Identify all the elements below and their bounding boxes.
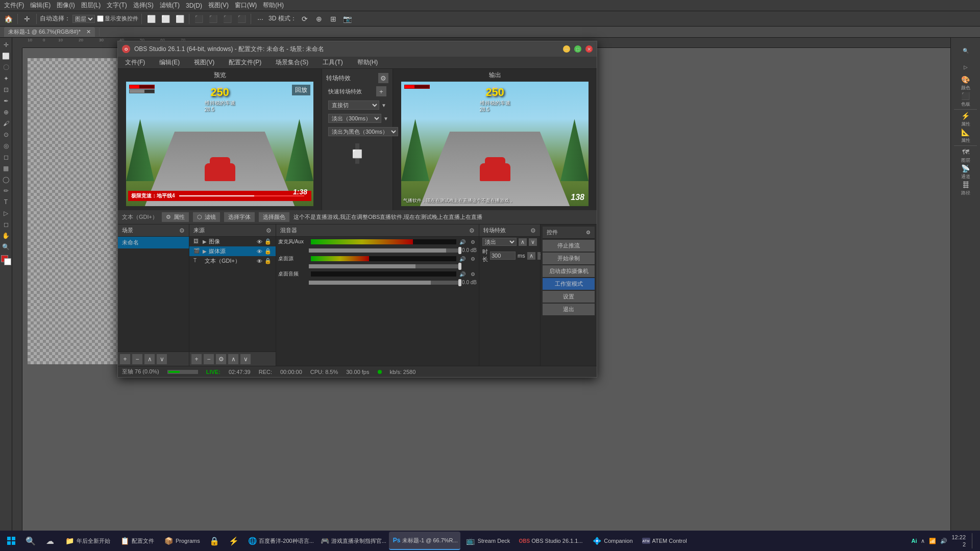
host-menu-text[interactable]: 文字(T) xyxy=(107,1,127,10)
eraser-icon[interactable]: ◻ xyxy=(1,152,11,162)
distribute[interactable]: ⬛ xyxy=(192,13,205,25)
heal-brush-icon[interactable]: ⊕ xyxy=(1,107,11,117)
obs-virtual-cam-btn[interactable]: 启动虚拟摄像机 xyxy=(543,265,595,277)
obs-scene-trans-header-action[interactable]: ⚙ xyxy=(530,227,536,234)
taskbar-app-programs[interactable]: 📦 Programs xyxy=(159,532,204,550)
taskbar-search-btn[interactable]: 🔍 xyxy=(21,532,40,550)
obs-menu-profile[interactable]: 配置文件(P) xyxy=(226,57,264,68)
source-eye-0[interactable]: 👁 xyxy=(257,239,262,245)
taskbar-lock-icon[interactable]: 🔒 xyxy=(205,532,224,550)
obs-trans-duration-input[interactable] xyxy=(490,252,516,260)
gradient-icon[interactable]: ▦ xyxy=(1,163,11,173)
hand-icon[interactable]: ✋ xyxy=(1,231,11,241)
obs-menu-scenes[interactable]: 场景集合(S) xyxy=(273,57,311,68)
source-eye-2[interactable]: 👁 xyxy=(257,258,262,264)
obs-trans-direct-select[interactable]: 直接切 xyxy=(328,101,379,110)
align-right[interactable]: ⬜ xyxy=(174,13,186,25)
obs-audio-gear-0[interactable]: ⚙ xyxy=(469,238,477,246)
align-center[interactable]: ⬜ xyxy=(159,13,172,25)
obs-maximize-btn[interactable]: □ xyxy=(574,45,581,53)
obs-start-rec-btn[interactable]: 开始录制 xyxy=(543,253,595,264)
obs-scenes-header-action[interactable]: ⚙ xyxy=(179,227,185,234)
obs-prop-btn[interactable]: ⚙ 属性 xyxy=(162,212,189,222)
host-menu-help[interactable]: 帮助(H) xyxy=(263,1,284,10)
distribute3[interactable]: ⬛ xyxy=(221,13,233,25)
obs-scene-down-btn[interactable]: ∨ xyxy=(157,354,167,364)
3d-rotate[interactable]: ⟳ xyxy=(299,13,311,25)
right-panel-search[interactable]: 🔍 xyxy=(953,43,978,58)
obs-trans-type-down-btn[interactable]: ∨ xyxy=(529,238,537,246)
eyedropper-icon[interactable]: ✒ xyxy=(1,96,11,106)
host-menu-window[interactable]: 窗口(W) xyxy=(235,1,257,10)
taskbar-app-stream-deck[interactable]: 📺 Stream Deck xyxy=(461,532,514,550)
dodge-icon[interactable]: ◯ xyxy=(1,174,11,185)
obs-stop-stream-btn[interactable]: 停止推流 xyxy=(543,240,595,252)
obs-source-item-1[interactable]: 🎬 ▶ 媒体源 👁 🔒 xyxy=(189,246,276,256)
taskbar-taskview-btn[interactable]: ☁ xyxy=(41,532,59,550)
move-tool[interactable]: ✛ xyxy=(21,13,33,25)
taskbar-windows-btn[interactable] xyxy=(2,532,20,550)
more-options[interactable]: ··· xyxy=(254,13,266,25)
obs-trans-type-up-btn[interactable]: ∧ xyxy=(519,238,527,246)
3d-scale[interactable]: ⊞ xyxy=(327,13,339,25)
obs-scene-item-0[interactable]: 未命名 xyxy=(118,237,189,248)
obs-scene-remove-btn[interactable]: − xyxy=(132,354,142,364)
3d-camera[interactable]: 📷 xyxy=(341,13,354,25)
obs-menu-file[interactable]: 文件(F) xyxy=(122,57,148,68)
obs-close-btn[interactable]: ✕ xyxy=(585,45,593,53)
obs-source-add-btn[interactable]: + xyxy=(191,354,202,364)
source-lock-0[interactable]: 🔒 xyxy=(264,238,272,245)
obs-audio-vol-2[interactable]: 🔊 xyxy=(458,270,467,278)
obs-scene-add-btn[interactable]: + xyxy=(120,354,130,364)
3d-move[interactable]: ⊕ xyxy=(313,13,325,25)
distribute4[interactable]: ⬛ xyxy=(235,13,248,25)
obs-studio-mode-btn[interactable]: 工作室模式 xyxy=(543,278,595,290)
obs-audio-slider-0[interactable] xyxy=(309,248,461,253)
taskbar-speaker-icon[interactable]: 🔊 xyxy=(940,538,947,544)
align-left[interactable]: ⬜ xyxy=(145,13,157,25)
taskbar-app-file-explorer[interactable]: 📁 年后全新开始 xyxy=(60,532,114,550)
source-lock-1[interactable]: 🔒 xyxy=(264,248,272,255)
auto-select-dropdown[interactable]: 图层 xyxy=(72,15,95,23)
obs-trans-dur-up-btn[interactable]: ∧ xyxy=(527,252,535,260)
clone-stamp-icon[interactable]: ⊙ xyxy=(1,130,11,140)
obs-source-down-btn[interactable]: ∨ xyxy=(240,354,251,364)
obs-menu-help[interactable]: 帮助(H) xyxy=(354,57,381,68)
obs-scene-up-btn[interactable]: ∧ xyxy=(144,354,155,364)
taskbar-app-game[interactable]: 🎮 游戏直播录制指挥官... xyxy=(316,532,388,550)
close-tab-btn[interactable]: ✕ xyxy=(86,29,91,35)
taskbar-app-atem[interactable]: ATM ATEM Control xyxy=(638,532,691,550)
bg-color-swatch[interactable] xyxy=(4,258,11,265)
taskbar-app-browser[interactable]: 🌐 百度番洋-200种语言... xyxy=(244,532,315,550)
text-icon[interactable]: T xyxy=(1,197,11,207)
obs-color-btn[interactable]: 选择颜色 xyxy=(259,212,289,222)
taskbar-power-icon[interactable]: ⚡ xyxy=(225,532,243,550)
right-panel-paths[interactable]: 🛤 路径 xyxy=(953,181,978,196)
obs-sources-header-action[interactable]: ⚙ xyxy=(266,227,272,234)
obs-source-item-2[interactable]: T 文本（GDI+） 👁 🔒 xyxy=(189,256,276,266)
right-panel-prop[interactable]: ⚡ 属性 xyxy=(953,112,978,127)
right-panel-color[interactable]: 🎨 颜色 xyxy=(953,76,978,91)
right-panel-adjust[interactable]: 📐 属性 xyxy=(953,128,978,143)
rect-select-icon[interactable]: ⬜ xyxy=(1,51,11,61)
source-eye-1[interactable]: 👁 xyxy=(257,248,262,255)
pen-icon[interactable]: ✏ xyxy=(1,186,11,196)
host-menu-edit[interactable]: 编辑(E) xyxy=(30,1,51,10)
zoom-icon[interactable]: 🔍 xyxy=(1,242,11,252)
doc-tab[interactable]: 未标题-1 @ 66.7%(RGB/8#)* ✕ xyxy=(4,27,95,37)
obs-exit-btn[interactable]: 退出 xyxy=(543,304,595,315)
obs-filter-btn[interactable]: ⬡ 滤镜 xyxy=(193,212,220,222)
taskbar-app-companion[interactable]: 💠 Companion xyxy=(587,532,636,550)
obs-source-settings-btn[interactable]: ⚙ xyxy=(216,354,226,364)
crop-icon[interactable]: ⊡ xyxy=(1,85,11,95)
obs-settings-btn[interactable]: 设置 xyxy=(543,291,595,303)
right-panel-layers[interactable]: 🗺 图层 xyxy=(953,148,978,163)
history-brush-icon[interactable]: ◎ xyxy=(1,141,11,151)
obs-audio-gear-1[interactable]: ⚙ xyxy=(469,255,477,263)
path-select-icon[interactable]: ▷ xyxy=(1,208,11,218)
obs-trans-type-select[interactable]: 淡出 xyxy=(482,238,517,246)
host-menu-select[interactable]: 选择(S) xyxy=(133,1,154,10)
obs-menu-edit[interactable]: 编辑(E) xyxy=(156,57,183,68)
host-menu-3d[interactable]: 3D(D) xyxy=(186,2,202,9)
obs-trans-drag-handle[interactable]: ⬜ xyxy=(355,143,359,164)
